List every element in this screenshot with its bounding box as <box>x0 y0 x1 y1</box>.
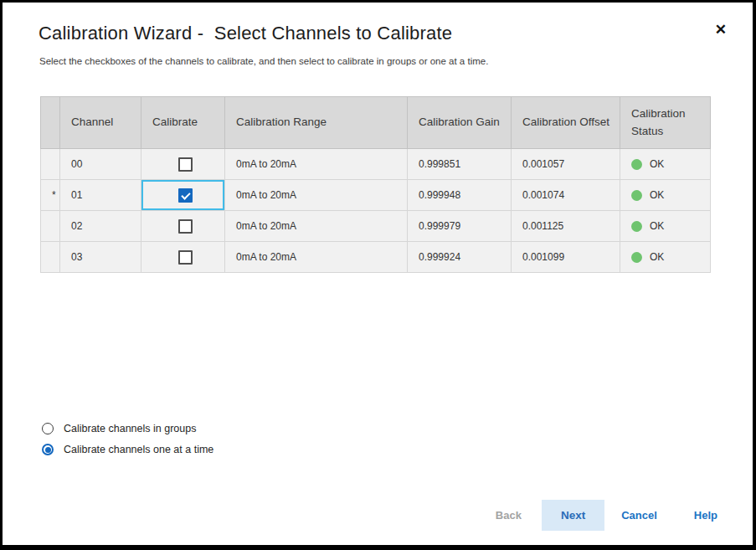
calibration-offset-cell: 0.001099 <box>512 242 620 273</box>
calibration-status-cell: OK <box>620 242 711 273</box>
channels-table: ChannelCalibrateCalibration RangeCalibra… <box>40 96 711 273</box>
calibrate-checkbox-01[interactable] <box>178 188 193 203</box>
radio-label-one-at-a-time: Calibrate channels one at a time <box>64 444 213 455</box>
status-indicator: OK <box>631 158 703 170</box>
calibration-range-cell: 0mA to 20mA <box>225 180 408 211</box>
status-text: OK <box>650 189 664 201</box>
calibration-status-cell: OK <box>620 211 711 242</box>
status-ok-icon <box>631 221 642 232</box>
table-header-row: ChannelCalibrateCalibration RangeCalibra… <box>41 97 711 149</box>
calibration-gain-cell: 0.999924 <box>408 242 512 273</box>
calibration-offset-cell: 0.001074 <box>512 180 620 211</box>
radio-button-one-at-a-time-icon[interactable] <box>42 444 54 455</box>
status-indicator: OK <box>631 189 703 201</box>
column-header-calibration-status[interactable]: Calibration Status <box>620 97 711 149</box>
table-row-channel-02[interactable]: 020mA to 20mA0.9999790.001125OK <box>41 211 711 242</box>
row-edit-indicator <box>41 242 60 273</box>
channel-cell: 01 <box>60 180 141 211</box>
help-button[interactable]: Help <box>694 509 717 522</box>
radio-label-groups: Calibrate channels in groups <box>64 423 196 434</box>
radio-button-groups-icon[interactable] <box>42 423 54 434</box>
column-header-calibrate[interactable]: Calibrate <box>141 97 225 149</box>
channel-cell: 00 <box>60 149 141 180</box>
radio-option-one-at-a-time[interactable]: Calibrate channels one at a time <box>42 444 213 455</box>
back-button: Back <box>496 509 522 522</box>
column-header-channel[interactable]: Channel <box>60 97 141 149</box>
next-button[interactable]: Next <box>542 500 604 531</box>
calibration-status-cell: OK <box>620 180 711 211</box>
calibration-gain-cell: 0.999851 <box>408 149 512 180</box>
calibrate-checkbox-02[interactable] <box>178 219 193 234</box>
dialog-title: Calibration Wizard - Select Channels to … <box>39 23 452 44</box>
column-header-calibration-offset[interactable]: Calibration Offset <box>512 97 620 149</box>
calibration-gain-cell: 0.999948 <box>408 180 512 211</box>
row-edit-indicator <box>41 149 60 180</box>
close-icon[interactable]: ✕ <box>715 23 727 37</box>
status-indicator: OK <box>631 251 703 263</box>
cancel-button[interactable]: Cancel <box>621 509 657 522</box>
table-row-channel-00[interactable]: 000mA to 20mA0.9998510.001057OK <box>41 149 711 180</box>
table-row-channel-01[interactable]: *010mA to 20mA0.9999480.001074OK <box>41 180 711 211</box>
status-text: OK <box>650 251 664 263</box>
calibrate-cell[interactable] <box>141 180 225 211</box>
status-text: OK <box>650 158 664 170</box>
calibrate-cell[interactable] <box>141 211 225 242</box>
calibration-offset-cell: 0.001125 <box>512 211 620 242</box>
calibration-status-cell: OK <box>620 149 711 180</box>
column-header-row-selector[interactable] <box>41 97 60 149</box>
status-ok-icon <box>631 252 642 263</box>
calibration-gain-cell: 0.999979 <box>408 211 512 242</box>
row-edit-indicator <box>41 211 60 242</box>
calibration-range-cell: 0mA to 20mA <box>225 242 408 273</box>
column-header-calibration-gain[interactable]: Calibration Gain <box>408 97 512 149</box>
status-indicator: OK <box>631 220 703 232</box>
table-row-channel-03[interactable]: 030mA to 20mA0.9999240.001099OK <box>41 242 711 273</box>
status-ok-icon <box>631 159 642 170</box>
calibrate-cell[interactable] <box>141 242 225 273</box>
calibration-range-cell: 0mA to 20mA <box>225 149 408 180</box>
calibrate-cell[interactable] <box>141 149 225 180</box>
channel-cell: 02 <box>60 211 141 242</box>
wizard-footer: Back Next Cancel Help <box>496 499 717 531</box>
radio-option-groups[interactable]: Calibrate channels in groups <box>42 423 196 434</box>
row-edit-indicator: * <box>41 180 60 211</box>
calibrate-checkbox-00[interactable] <box>178 157 193 172</box>
status-text: OK <box>650 220 664 232</box>
column-header-calibration-range[interactable]: Calibration Range <box>225 97 408 149</box>
calibration-offset-cell: 0.001057 <box>512 149 620 180</box>
table-body: 000mA to 20mA0.9998510.001057OK*010mA to… <box>41 149 711 273</box>
status-ok-icon <box>631 190 642 201</box>
calibration-wizard-dialog: Calibration Wizard - Select Channels to … <box>3 3 753 545</box>
calibrate-checkbox-03[interactable] <box>178 250 193 265</box>
channel-cell: 03 <box>60 242 141 273</box>
calibration-range-cell: 0mA to 20mA <box>225 211 408 242</box>
dialog-instructions: Select the checkboxes of the channels to… <box>39 56 488 66</box>
